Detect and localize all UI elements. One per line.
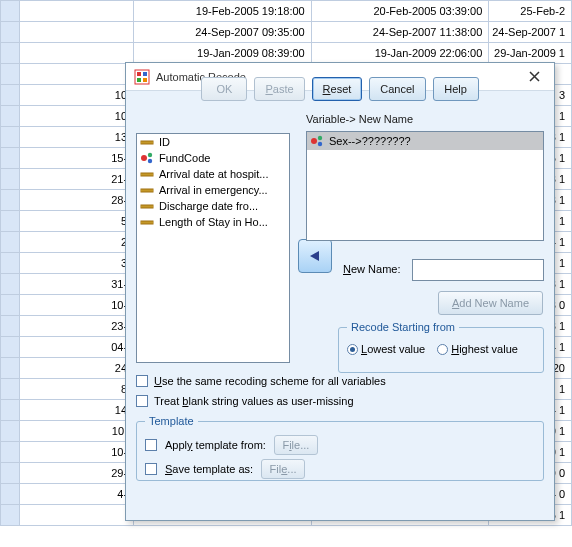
variable-list-item[interactable]: Arrival in emergency... — [137, 182, 289, 198]
use-same-scheme-label: Use the same recoding scheme for all var… — [154, 375, 386, 387]
row-header — [1, 253, 20, 274]
svg-point-7 — [148, 153, 152, 157]
cell[interactable] — [19, 43, 134, 64]
cell[interactable] — [19, 505, 134, 526]
scale-icon — [140, 199, 154, 213]
add-new-name-button[interactable]: Add New Name — [438, 291, 543, 315]
target-label: Sex-->???????? — [329, 135, 411, 147]
cell[interactable]: 14 — [19, 400, 134, 421]
cell[interactable] — [19, 1, 134, 22]
row-header — [1, 169, 20, 190]
row-header — [1, 64, 20, 85]
cell[interactable]: 10 — [19, 106, 134, 127]
row-header — [1, 1, 20, 22]
cell[interactable]: 10- — [19, 442, 134, 463]
use-same-scheme-checkbox[interactable] — [136, 375, 148, 387]
apply-template-file-button[interactable]: File... — [274, 435, 318, 455]
cell[interactable]: 29-Jan-2009 1 — [489, 43, 572, 64]
cell[interactable] — [19, 64, 134, 85]
cell[interactable] — [19, 22, 134, 43]
transfer-button[interactable] — [298, 239, 332, 273]
save-template-file-button[interactable]: File... — [261, 459, 305, 479]
row-header — [1, 421, 20, 442]
cancel-button[interactable]: Cancel — [369, 77, 425, 101]
cell[interactable]: 10- — [19, 295, 134, 316]
variable-label: Length of Stay in Ho... — [159, 216, 268, 228]
new-name-field[interactable] — [412, 259, 544, 281]
variable-list-item[interactable]: Arrival date at hospit... — [137, 166, 289, 182]
variable-label: Arrival date at hospit... — [159, 168, 268, 180]
variable-label: Arrival in emergency... — [159, 184, 268, 196]
row-header — [1, 106, 20, 127]
svg-rect-1 — [137, 72, 141, 76]
variable-list-item[interactable]: FundCode — [137, 150, 289, 166]
cell[interactable]: 04- — [19, 337, 134, 358]
ok-button[interactable]: OK — [201, 77, 247, 101]
row-header — [1, 211, 20, 232]
variable-label: Discharge date fro... — [159, 200, 258, 212]
template-group: Template Apply template from: File... Sa… — [136, 415, 544, 481]
save-template-label: Save template as: — [165, 463, 253, 475]
cell[interactable]: 24-Sep-2007 1 — [489, 22, 572, 43]
row-header — [1, 358, 20, 379]
svg-point-14 — [318, 136, 322, 140]
row-header — [1, 274, 20, 295]
row-header — [1, 463, 20, 484]
svg-point-13 — [311, 138, 317, 144]
variable-label: FundCode — [159, 152, 210, 164]
cell[interactable]: 3 — [19, 253, 134, 274]
cell[interactable]: 21- — [19, 169, 134, 190]
apply-template-checkbox[interactable] — [145, 439, 157, 451]
row-header — [1, 295, 20, 316]
paste-button[interactable]: Paste — [254, 77, 304, 101]
cell[interactable]: 8 — [19, 379, 134, 400]
nominal-icon — [310, 134, 324, 148]
svg-point-8 — [148, 159, 152, 163]
cell[interactable]: 15- — [19, 148, 134, 169]
reset-button[interactable]: Reset — [312, 77, 363, 101]
cell[interactable]: 2 — [19, 232, 134, 253]
cell[interactable]: 29- — [19, 463, 134, 484]
cell[interactable]: 24-Sep-2007 11:38:00 — [311, 22, 489, 43]
row-header — [1, 127, 20, 148]
svg-point-15 — [318, 142, 322, 146]
lowest-value-radio[interactable]: Lowest value — [347, 343, 425, 355]
cell[interactable]: 28- — [19, 190, 134, 211]
scale-icon — [140, 215, 154, 229]
target-list-item[interactable]: Sex-->???????? — [307, 132, 543, 150]
apply-template-label: Apply template from: — [165, 439, 266, 451]
scale-icon — [140, 135, 154, 149]
cell[interactable]: 20-Feb-2005 03:39:00 — [311, 1, 489, 22]
variable-list-item[interactable]: Discharge date fro... — [137, 198, 289, 214]
variable-list-item[interactable]: ID — [137, 134, 289, 150]
cell[interactable]: 10 — [19, 85, 134, 106]
source-variable-list[interactable]: IDFundCodeArrival date at hospit...Arriv… — [136, 133, 290, 363]
cell[interactable]: 13 — [19, 127, 134, 148]
row-header — [1, 379, 20, 400]
nominal-icon — [140, 151, 154, 165]
row-header — [1, 22, 20, 43]
cell[interactable]: 5 — [19, 211, 134, 232]
row-header — [1, 190, 20, 211]
cell[interactable]: 19-Feb-2005 19:18:00 — [134, 1, 312, 22]
variable-list-item[interactable]: Length of Stay in Ho... — [137, 214, 289, 230]
target-variable-list[interactable]: Sex-->???????? — [306, 131, 544, 241]
svg-rect-2 — [143, 72, 147, 76]
cell[interactable]: 23- — [19, 316, 134, 337]
cell[interactable]: 10. — [19, 421, 134, 442]
cell[interactable]: 25-Feb-2 — [489, 1, 572, 22]
cell[interactable]: 24 — [19, 358, 134, 379]
cell[interactable]: 24-Sep-2007 09:35:00 — [134, 22, 312, 43]
cell[interactable]: 4- — [19, 484, 134, 505]
help-button[interactable]: Help — [433, 77, 479, 101]
recode-starting-from-group: Recode Starting from Lowest value Highes… — [338, 321, 544, 373]
cell[interactable]: 31- — [19, 274, 134, 295]
cell[interactable]: 19-Jan-2009 08:39:00 — [134, 43, 312, 64]
row-header — [1, 400, 20, 421]
treat-blank-checkbox[interactable] — [136, 395, 148, 407]
highest-value-radio[interactable]: Highest value — [437, 343, 518, 355]
cell[interactable]: 19-Jan-2009 22:06:00 — [311, 43, 489, 64]
new-name-label: New Name: — [343, 263, 400, 275]
save-template-checkbox[interactable] — [145, 463, 157, 475]
treat-blank-label: Treat blank string values as user-missin… — [154, 395, 354, 407]
